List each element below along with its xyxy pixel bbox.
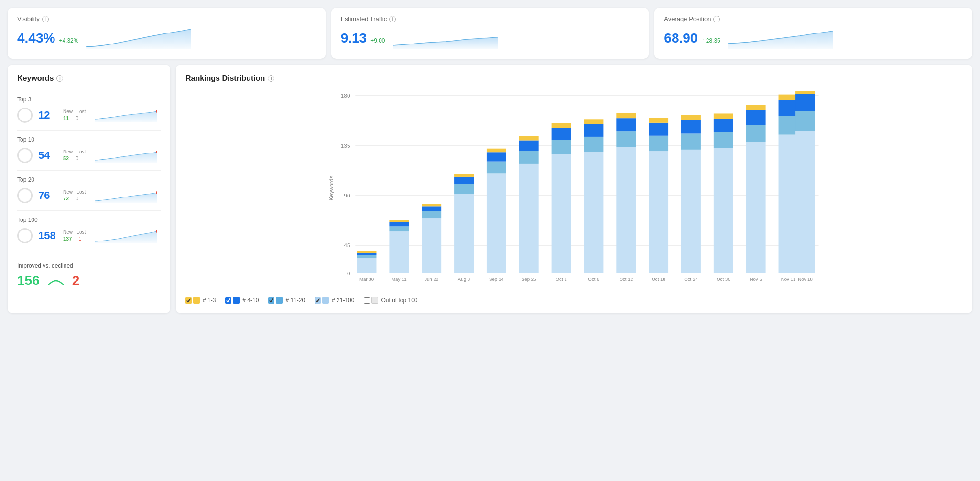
keywords-panel: Keywords i Top 3 12 New Lost 11 0 [8, 65, 170, 313]
traffic-value-group: 9.13 +9.00 [341, 31, 385, 46]
kw-top20-newlost: New Lost 72 0 [63, 189, 89, 201]
traffic-sparkline [393, 25, 640, 51]
bar-nov5 [746, 105, 766, 273]
svg-rect-77 [746, 110, 766, 125]
legend-21-100-checkbox[interactable] [315, 297, 321, 304]
bar-sep14 [487, 149, 506, 273]
kw-top3-newlost: New Lost 11 0 [63, 109, 89, 121]
kw-top10-circle [17, 148, 33, 163]
top-metrics: Visibility i 4.43% +4.32% [8, 8, 972, 59]
svg-text:Oct 18: Oct 18 [652, 276, 665, 282]
rankings-info-icon[interactable]: i [268, 75, 274, 82]
svg-rect-28 [422, 204, 441, 206]
legend-1-3-checkbox[interactable] [185, 297, 192, 304]
legend-11-20-checkbox[interactable] [268, 297, 274, 304]
legend-21-100-box [322, 297, 329, 304]
traffic-change: +9.00 [370, 37, 385, 44]
svg-text:Oct 12: Oct 12 [619, 276, 633, 282]
bar-may11 [389, 220, 409, 273]
svg-rect-65 [681, 150, 701, 273]
svg-rect-42 [519, 140, 539, 151]
kw-top3-data: 12 New Lost 11 0 [17, 106, 161, 124]
kw-top3-circle [17, 108, 33, 123]
traffic-body: 9.13 +9.00 [341, 25, 640, 51]
svg-text:Aug 3: Aug 3 [458, 276, 470, 282]
legend-4-10-label: # 4-10 [242, 297, 259, 304]
svg-rect-67 [681, 120, 701, 133]
svg-text:0: 0 [347, 270, 350, 277]
visibility-info-icon[interactable]: i [42, 16, 49, 22]
bar-oct12 [616, 113, 636, 273]
kw-top20-circle [17, 188, 33, 203]
kw-top20-value: 76 [38, 189, 57, 202]
svg-rect-82 [779, 100, 798, 116]
svg-rect-72 [714, 119, 733, 132]
svg-rect-40 [519, 164, 539, 273]
kw-top3-spark [95, 106, 161, 124]
bar-oct30 [714, 113, 733, 273]
svg-rect-88 [795, 91, 815, 94]
traffic-info-icon[interactable]: i [389, 16, 396, 22]
svg-text:Oct 6: Oct 6 [588, 276, 599, 282]
position-info-icon[interactable]: i [713, 16, 720, 22]
svg-rect-38 [487, 149, 506, 153]
kw-top20-lost: 0 [76, 196, 78, 201]
svg-rect-35 [487, 173, 506, 273]
legend-out-top100-checkbox[interactable] [364, 297, 370, 304]
legend-11-20-label: # 11-20 [285, 297, 305, 304]
visibility-value: 4.43% +4.32% [17, 31, 78, 46]
svg-rect-16 [357, 255, 377, 258]
visibility-label: Visibility [17, 15, 40, 22]
svg-rect-62 [649, 123, 668, 136]
rankings-chart-svg: 180 135 90 45 0 Keywords [185, 90, 963, 291]
bar-nov18 [795, 91, 815, 273]
keywords-info-icon[interactable]: i [56, 75, 63, 82]
kw-top10-spark [95, 146, 161, 164]
visibility-body: 4.43% +4.32% [17, 25, 316, 51]
legend-out-top100-label: Out of top 100 [381, 297, 417, 304]
declined-number: 2 [72, 273, 80, 288]
svg-rect-18 [357, 251, 377, 253]
svg-rect-52 [584, 124, 603, 137]
bar-nov11 [779, 95, 798, 273]
legend-4-10: # 4-10 [225, 297, 259, 304]
position-value-group: 68.90 ↑ 28.35 [664, 31, 720, 46]
kw-top3-lost: 0 [76, 115, 78, 121]
svg-rect-66 [681, 133, 701, 149]
svg-text:May 11: May 11 [392, 276, 407, 282]
legend-out-top100-box [371, 297, 378, 304]
kw-row-top3: Top 3 12 New Lost 11 0 [17, 90, 161, 131]
keywords-title: Keywords i [17, 74, 161, 83]
svg-text:Oct 1: Oct 1 [555, 276, 566, 282]
visibility-card: Visibility i 4.43% +4.32% [8, 8, 326, 59]
svg-rect-50 [584, 152, 603, 273]
kw-top100-new: 137 [63, 236, 72, 241]
legend-out-top100: Out of top 100 [364, 297, 417, 304]
bar-sep25 [519, 136, 539, 273]
kw-top3-new: 11 [63, 115, 69, 121]
svg-rect-45 [552, 154, 571, 273]
svg-rect-61 [649, 136, 668, 151]
svg-rect-30 [454, 194, 474, 273]
position-body: 68.90 ↑ 28.35 [664, 25, 963, 51]
svg-rect-26 [422, 211, 441, 218]
svg-rect-63 [649, 118, 668, 123]
bar-oct1 [552, 123, 571, 273]
svg-text:Oct 24: Oct 24 [684, 276, 698, 282]
kw-row-top10: Top 10 54 New Lost 52 0 [17, 131, 161, 171]
legend-4-10-checkbox[interactable] [225, 297, 231, 304]
keywords-label: Keywords [17, 74, 54, 83]
legend-1-3-box [193, 297, 200, 304]
svg-rect-76 [746, 125, 766, 142]
kw-top10-newlost: New Lost 52 0 [63, 149, 89, 161]
bar-jun22 [422, 204, 441, 273]
svg-rect-41 [519, 151, 539, 164]
rankings-title: Rankings Distribution i [185, 74, 963, 83]
svg-text:Nov 11: Nov 11 [781, 276, 796, 282]
legend-1-3-label: # 1-3 [203, 297, 216, 304]
improved-label: Improved vs. declined [17, 262, 161, 269]
svg-rect-48 [552, 123, 571, 128]
svg-text:Jun 22: Jun 22 [425, 276, 438, 282]
kw-top3-value: 12 [38, 109, 57, 121]
svg-rect-85 [795, 131, 815, 273]
